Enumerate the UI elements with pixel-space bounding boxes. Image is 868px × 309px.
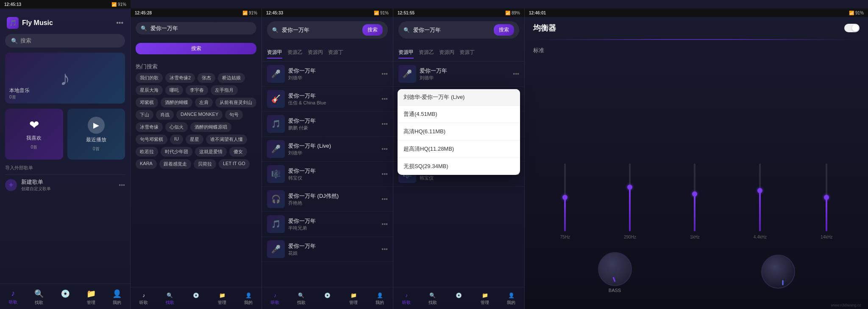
song-more-3[interactable]: ••• (381, 146, 388, 152)
quality-option-3[interactable]: 无损SQ(29.34MB) (398, 158, 520, 175)
hot-tag-8[interactable]: 邓紫棋 (136, 98, 158, 107)
local-music-banner[interactable]: ♪ 本地音乐 0首 (5, 53, 125, 104)
hot-tag-29[interactable]: 贝荷拉 (194, 159, 216, 169)
panel4-search-button[interactable]: 搜索 (494, 24, 514, 36)
hot-tag-27[interactable]: KARA (136, 159, 157, 169)
eq-knob-bass-control[interactable] (598, 252, 632, 286)
source-tab-1[interactable]: 资源乙 (287, 49, 303, 59)
panel2-search-input[interactable] (150, 25, 251, 31)
hot-tag-12[interactable]: 下山 (136, 110, 153, 120)
hot-tag-7[interactable]: 左手指月 (211, 85, 238, 95)
hot-tag-22[interactable]: 谁不渴望有人懂 (206, 135, 247, 144)
song-more-2[interactable]: ••• (381, 121, 388, 127)
p4-source-tab-0[interactable]: 资源甲 (398, 49, 414, 59)
hot-tag-16[interactable]: 冰雪奇缘 (136, 122, 163, 132)
eq-slider-track-1[interactable] (629, 163, 631, 231)
hot-tag-21[interactable]: 星星 (186, 135, 203, 144)
hot-tag-24[interactable]: 时代少年团 (161, 147, 192, 157)
song-item-1[interactable]: 🎸 爱你一万年 伍佰 & China Blue ••• (262, 87, 393, 112)
sidebar-search-button[interactable]: 🔍 搜索 (5, 34, 125, 48)
song-item-6[interactable]: 🎵 爱你一万年 半吨兄弟 ••• (262, 212, 393, 237)
quality-option-1[interactable]: 高清HQ(6.11MB) (398, 123, 520, 140)
p3-nav-listen[interactable]: ♪ 听歌 (262, 291, 288, 307)
p4-nav-find[interactable]: 🔍 找歌 (420, 291, 446, 307)
p3-nav-find[interactable]: 🔍 找歌 (288, 291, 314, 307)
panel4-search-input[interactable] (413, 27, 490, 33)
nav-item-listen[interactable]: ♪ 听歌 (0, 287, 26, 307)
favorites-playlist[interactable]: ❤ 我喜欢 0首 (5, 109, 63, 160)
p4-nav-listen[interactable]: ♪ 听歌 (393, 291, 420, 307)
hot-tag-4[interactable]: 星辰大海 (136, 85, 163, 95)
nav-item-find[interactable]: 🔍 找歌 (26, 287, 52, 307)
eq-slider-thumb-3[interactable] (757, 188, 762, 193)
p2-nav-listen[interactable]: ♪ 听歌 (131, 291, 157, 307)
eq-slider-thumb-2[interactable] (692, 191, 697, 197)
quality-option-2[interactable]: 超高清HQ(11.28MB) (398, 140, 520, 158)
hot-tag-20[interactable]: IU (170, 135, 183, 144)
sidebar-menu-icon[interactable]: ••• (116, 19, 123, 27)
song-item-5[interactable]: 🎧 爱你一万年 (DJ伟然) 乔艳艳 ••• (262, 187, 393, 212)
hot-tag-28[interactable]: 跟着感觉走 (159, 159, 191, 169)
p2-nav-find[interactable]: 🔍 找歌 (157, 291, 183, 307)
p4-nav-manage[interactable]: 📁 管理 (472, 291, 498, 307)
eq-toggle-switch[interactable] (844, 24, 860, 32)
song-more-0[interactable]: ••• (381, 70, 388, 77)
add-playlist-button[interactable]: + (5, 179, 17, 191)
p2-nav-manage[interactable]: 📁 管理 (209, 291, 235, 307)
panel2-search-bar[interactable]: 🔍 (136, 22, 256, 34)
hot-tag-13[interactable]: 肖战 (156, 110, 174, 120)
song-item-2[interactable]: 🎵 爱你一万年 鹏鹏 付豪 ••• (262, 112, 393, 137)
hot-tag-15[interactable]: 句号 (225, 110, 243, 120)
p2-nav-disc[interactable]: 💿 (183, 291, 209, 307)
eq-slider-thumb-0[interactable] (562, 195, 568, 200)
p4-source-tab-1[interactable]: 资源乙 (419, 49, 434, 59)
eq-knob-treble-control[interactable] (761, 255, 795, 289)
panel3-search-input[interactable] (282, 27, 359, 33)
nav-item-my[interactable]: 👤 我的 (104, 287, 130, 307)
panel2-search-button[interactable]: 搜索 (136, 43, 256, 54)
hot-tag-25[interactable]: 这就是爱情 (195, 147, 227, 157)
song-item-4[interactable]: 🎼 爱你一万年 韩宝仪 ••• (262, 162, 393, 187)
p4-song-more-0[interactable]: ••• (513, 70, 519, 77)
p3-nav-my[interactable]: 👤 我的 (367, 291, 393, 307)
song-item-7[interactable]: 🎤 爱你一万年 花姐 ••• (262, 237, 393, 262)
hot-tag-0[interactable]: 我们的歌 (136, 73, 163, 83)
p4-source-tab-2[interactable]: 资源丙 (439, 49, 454, 59)
song-more-7[interactable]: ••• (381, 246, 388, 253)
hot-tag-19[interactable]: 句号邓紫棋 (136, 135, 167, 144)
p4-source-tab-3[interactable]: 资源丁 (459, 49, 475, 59)
hot-tag-14[interactable]: DANCE MONKEY (176, 110, 223, 120)
add-playlist-more-icon[interactable]: ••• (119, 182, 125, 188)
source-tab-3[interactable]: 资源丁 (328, 49, 343, 59)
hot-tag-18[interactable]: 酒醉的蝴蝶原唱 (190, 122, 231, 132)
hot-tag-2[interactable]: 张杰 (198, 73, 215, 83)
panel3-search-bar[interactable]: 🔍 搜索 (267, 21, 388, 39)
hot-tag-23[interactable]: 欧若拉 (136, 147, 158, 157)
hot-tag-1[interactable]: 冰雪奇缘2 (165, 73, 195, 83)
hot-tag-6[interactable]: 李宇春 (186, 85, 208, 95)
recent-playlist[interactable]: ▶ 最近播放 0首 (67, 109, 125, 160)
song-more-1[interactable]: ••• (381, 96, 388, 102)
song-more-4[interactable]: ••• (381, 171, 388, 177)
import-playlist-link[interactable]: 导入外部歌单 (0, 165, 130, 174)
eq-slider-track-2[interactable] (694, 163, 696, 231)
nav-item-manage[interactable]: 📁 管理 (78, 287, 104, 307)
p3-nav-manage[interactable]: 📁 管理 (340, 291, 367, 307)
p4-song-item-0[interactable]: 🎤 爱你一万年 刘德华 ••• (393, 62, 524, 87)
song-more-6[interactable]: ••• (381, 221, 388, 228)
panel3-search-button[interactable]: 搜索 (362, 24, 383, 36)
eq-slider-thumb-4[interactable] (824, 195, 829, 200)
hot-tag-10[interactable]: 左肩 (195, 98, 213, 107)
p3-nav-disc[interactable]: 💿 (314, 291, 341, 307)
eq-slider-track-4[interactable] (826, 163, 827, 231)
hot-tag-30[interactable]: LET IT GO (219, 159, 250, 169)
song-item-0[interactable]: 🎤 爱你一万年 刘德华 ••• (262, 62, 393, 87)
hot-tag-11[interactable]: 从前有座灵剑山 (215, 98, 256, 107)
hot-tag-17[interactable]: 心似火 (165, 122, 188, 132)
panel4-search-bar[interactable]: 🔍 搜索 (398, 21, 519, 39)
p4-nav-my[interactable]: 👤 我的 (498, 291, 524, 307)
source-tab-2[interactable]: 资源丙 (308, 49, 323, 59)
song-item-3[interactable]: 🎤 爱你一万年 (Live) 刘德华 ••• (262, 137, 393, 162)
hot-tag-3[interactable]: 桥边姑娘 (218, 73, 245, 83)
eq-slider-thumb-1[interactable] (627, 185, 632, 190)
